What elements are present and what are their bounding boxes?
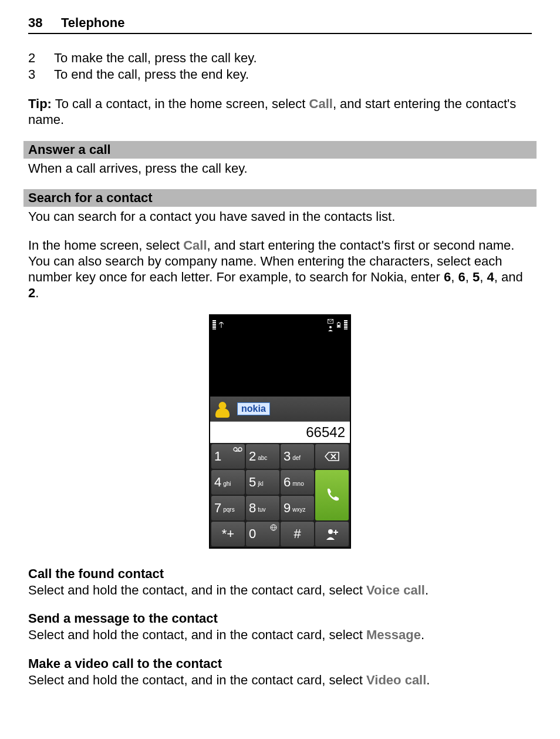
person-icon [328,325,333,331]
text: Select and hold the contact, and in the … [28,583,366,597]
key-3[interactable]: 3def [281,444,314,469]
text: , [480,270,487,284]
message-label: Message [366,627,421,642]
key-4[interactable]: 4ghi [211,470,245,495]
step-list: 2 To make the call, press the call key. … [28,51,532,82]
typed-number: 66542 [210,421,350,443]
backspace-key[interactable] [315,444,349,469]
key-0[interactable]: 0 [246,522,279,546]
text: In the home screen, select [28,238,183,253]
signal-right-icon [344,320,348,330]
key-8[interactable]: 8tuv [246,496,279,520]
tip-label: Tip: [28,96,52,111]
phone-status-bar [210,315,350,332]
phone-mockup: nokia 66542 1 2abc 3def 4ghi 5jkl 6mno [28,314,532,549]
backspace-icon [325,451,340,462]
phone-icon [323,486,341,504]
svg-rect-4 [338,325,339,327]
text: . [35,285,39,300]
text: . [425,583,429,597]
step-text: To end the call, press the end key. [54,67,532,82]
subheading-call-found: Call the found contact [28,566,532,582]
key-1[interactable]: 1 [211,444,245,469]
svg-point-9 [328,529,333,534]
call-label: Call [183,238,207,253]
svg-rect-3 [338,322,339,323]
mail-icon [328,318,333,324]
text: . [421,627,424,642]
send-message-text: Select and hold the contact, and in the … [28,627,532,643]
answer-text: When a call arrives, press the call key. [28,161,532,177]
svg-point-6 [238,448,242,451]
call-found-text: Select and hold the contact, and in the … [28,583,532,599]
page-number: 38 [28,15,61,31]
call-button[interactable] [315,470,349,520]
phone-frame: nokia 66542 1 2abc 3def 4ghi 5jkl 6mno [209,314,351,549]
antenna-icon [218,322,224,328]
key-7[interactable]: 7pqrs [211,496,245,520]
list-item: 2 To make the call, press the call key. [28,51,532,66]
contact-match-row[interactable]: nokia [210,397,350,421]
search-detail: In the home screen, select Call, and sta… [28,238,532,301]
status-right [328,318,348,331]
match-highlight: nokia [237,402,270,415]
subheading-send-message: Send a message to the contact [28,611,532,626]
status-left [212,320,224,330]
phone-black-area [210,332,350,397]
contact-icon [214,400,231,418]
text: . [426,673,430,687]
key-9[interactable]: 9wxyz [281,496,314,520]
section-heading-search: Search for a contact [23,189,537,207]
step-number: 3 [28,67,54,82]
signal-icon [212,320,216,330]
tip-text-before: To call a contact, in the home screen, s… [52,96,309,111]
text: , [451,270,458,284]
globe-icon [270,524,277,531]
video-call-text: Select and hold the contact, and in the … [28,673,532,688]
key-6[interactable]: 6mno [281,470,314,495]
key-2[interactable]: 2abc [246,444,279,469]
svg-point-5 [234,448,237,451]
digit: 4 [487,270,494,284]
add-contact-icon [325,528,339,540]
text: Select and hold the contact, and in the … [28,627,366,642]
list-item: 3 To end the call, press the end key. [28,67,532,82]
battery-icon [336,322,342,328]
digit: 2 [28,285,35,300]
svg-point-1 [329,326,332,328]
step-number: 2 [28,51,54,66]
key-5[interactable]: 5jkl [246,470,279,495]
section-heading-answer: Answer a call [23,141,537,159]
step-text: To make the call, press the call key. [54,51,532,66]
page-header: 38 Telephone [28,15,532,34]
video-call-label: Video call [366,673,426,687]
text: , and [494,270,523,284]
search-intro: You can search for a contact you have sa… [28,209,532,225]
key-hash[interactable]: # [281,522,314,546]
voice-call-label: Voice call [366,583,425,597]
voicemail-icon [233,446,242,452]
digit: 6 [444,270,451,284]
call-label: Call [309,96,333,111]
tip-paragraph: Tip: To call a contact, in the home scre… [28,96,532,128]
digit: 6 [458,270,465,284]
page: 38 Telephone 2 To make the call, press t… [0,0,560,725]
dialpad: 1 2abc 3def 4ghi 5jkl 6mno 7pqrs 8tuv 9w… [210,443,350,547]
text: Select and hold the contact, and in the … [28,673,366,687]
add-contact-button[interactable] [315,522,349,546]
key-star[interactable]: *+ [211,522,245,546]
subheading-video-call: Make a video call to the contact [28,656,532,671]
digit: 5 [473,270,480,284]
chapter-title: Telephone [61,15,124,31]
text: , [465,270,473,284]
